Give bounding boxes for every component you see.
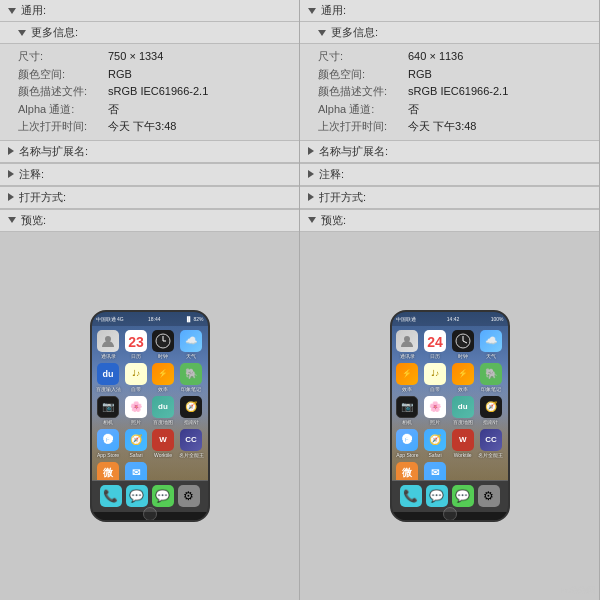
- app-icon-evernote-r: 🐘 印象笔记: [478, 363, 503, 392]
- app-icon-compass-r: 🧭 指南针: [478, 396, 503, 425]
- dock-settings: ⚙: [178, 485, 200, 507]
- app-icon-photos: 🌸 照片: [125, 396, 148, 425]
- app-icon-clock-r: 时钟: [451, 330, 475, 359]
- name-extension-row-right[interactable]: 名称与扩展名:: [300, 140, 599, 163]
- preview-triangle-right: [308, 217, 316, 223]
- home-indicator-right: [392, 512, 508, 520]
- phone-preview-right: 中国联通 14:42 100% 通讯录 24 日历: [300, 232, 599, 600]
- app-icon-weather-r: ☁️ 天气: [478, 330, 503, 359]
- info-block-right: 尺寸: 640 × 1136 颜色空间: RGB 颜色描述文件: sRGB IE…: [300, 44, 599, 140]
- notes-label-right: 注释:: [319, 167, 344, 182]
- triangle-icon: [8, 193, 14, 201]
- name-label-right: 名称与扩展名:: [319, 144, 388, 159]
- app-icon-evernote: 🐘 印象笔记: [179, 363, 204, 392]
- info-row: 颜色空间: RGB: [18, 66, 281, 84]
- app-icon-empty3: [451, 462, 475, 480]
- info-row: 颜色描述文件: sRGB IEC61966-2.1: [18, 83, 281, 101]
- app-icon-baidu: du 百度输入法: [96, 363, 121, 392]
- app-icon-photos-r: 🌸 照片: [423, 396, 447, 425]
- info-row: 尺寸: 750 × 1334: [18, 48, 281, 66]
- info-row: 上次打开时间: 今天 下午3:48: [18, 118, 281, 136]
- app-icon-appstore: 🅐 App Store: [96, 429, 121, 458]
- phone-frame-right: 中国联通 14:42 100% 通讯录 24 日历: [390, 310, 510, 522]
- phone-preview-left: 中国联通 4G 18:44 ▐▌ 82% 通讯录 23 日历: [0, 232, 299, 600]
- preview-header-right: 预览:: [300, 209, 599, 232]
- general-header-right: 通用:: [300, 0, 599, 22]
- app-icon-worktile-r: W Worktile: [451, 429, 475, 458]
- preview-header-left: 预览:: [0, 209, 299, 232]
- dock-wechat: 💬: [152, 485, 174, 507]
- dock-left: 📞 💬 💬 ⚙: [92, 480, 208, 512]
- triangle-icon-left: [8, 8, 16, 14]
- home-indicator-left: [92, 512, 208, 520]
- name-extension-row-left[interactable]: 名称与扩展名:: [0, 140, 299, 163]
- app-icon-empty1: [152, 462, 175, 480]
- app-icon-camera: 📷 相机: [96, 396, 121, 425]
- notes-row-right[interactable]: 注释:: [300, 163, 599, 186]
- more-info-header-right: 更多信息:: [300, 22, 599, 44]
- app-icon-qqmail: ✉ QQ邮箱: [125, 462, 148, 480]
- left-panel: 通用: 更多信息: 尺寸: 750 × 1334 颜色空间: RGB 颜色描述文…: [0, 0, 300, 600]
- info-row: 尺寸: 640 × 1136: [318, 48, 581, 66]
- app-icon-contacts-r: 通讯录: [396, 330, 420, 359]
- app-grid-row1-left: 通讯录 23 日历 时钟 ☁️ 天气: [92, 326, 208, 480]
- notes-label-left: 注释:: [19, 167, 44, 182]
- triangle-icon: [8, 147, 14, 155]
- open-label-left: 打开方式:: [19, 190, 66, 205]
- app-icon-builtin: ♩♪ 自带: [125, 363, 148, 392]
- app-icon-clock: 时钟: [152, 330, 175, 359]
- app-icon-eff-r: ⚡ 效率: [396, 363, 420, 392]
- app-icon-maps: du 百度地图: [152, 396, 175, 425]
- more-info-header-left: 更多信息:: [0, 22, 299, 44]
- more-info-label-left: 更多信息:: [31, 25, 78, 40]
- open-with-row-right[interactable]: 打开方式:: [300, 186, 599, 209]
- app-icon-worktile: W Worktile: [152, 429, 175, 458]
- statusbar-left: 中国联通 4G 18:44 ▐▌ 82%: [92, 312, 208, 326]
- preview-triangle-left: [8, 217, 16, 223]
- dock-settings-r: ⚙: [478, 485, 500, 507]
- general-label-left: 通用:: [21, 3, 46, 18]
- app-icon-builtin-r: ♩♪ 自带: [423, 363, 447, 392]
- preview-label-right: 预览:: [321, 213, 346, 228]
- triangle-icon: [8, 170, 14, 178]
- app-icon-contacts: 通讯录: [96, 330, 121, 359]
- info-row: 颜色描述文件: sRGB IEC61966-2.1: [318, 83, 581, 101]
- app-icon-cc: CC 名片全能王: [179, 429, 204, 458]
- app-icon-compass: 🧭 指南针: [179, 396, 204, 425]
- name-label-left: 名称与扩展名:: [19, 144, 88, 159]
- app-icon-calendar-r: 24 日历: [423, 330, 447, 359]
- info-row: 颜色空间: RGB: [318, 66, 581, 84]
- dock-messages-r: 💬: [426, 485, 448, 507]
- triangle-icon: [308, 193, 314, 201]
- more-info-triangle-right: [318, 30, 326, 36]
- app-icon-camera-r: 📷 相机: [396, 396, 420, 425]
- app-icon-weibo: 微 微博: [96, 462, 121, 480]
- open-label-right: 打开方式:: [319, 190, 366, 205]
- app-icon-weibo-r: 微 微博: [396, 462, 420, 480]
- info-row: 上次打开时间: 今天 下午3:48: [318, 118, 581, 136]
- dock-messages: 💬: [126, 485, 148, 507]
- phone-screen-right: 中国联通 14:42 100% 通讯录 24 日历: [392, 312, 508, 480]
- more-info-label-right: 更多信息:: [331, 25, 378, 40]
- app-icon-safari: 🧭 Safari: [125, 429, 148, 458]
- preview-label-left: 预览:: [21, 213, 46, 228]
- app-icon-weather: ☁️ 天气: [179, 330, 204, 359]
- notes-row-left[interactable]: 注释:: [0, 163, 299, 186]
- info-row: Alpha 通道: 否: [18, 101, 281, 119]
- app-icon-cc-r: CC 名片全能王: [478, 429, 503, 458]
- app-icon-calendar: 23 日历: [125, 330, 148, 359]
- more-info-triangle-left: [18, 30, 26, 36]
- dock-phone: 📞: [100, 485, 122, 507]
- app-icon-efficiency: ⚡ 效率: [152, 363, 175, 392]
- info-block-left: 尺寸: 750 × 1334 颜色空间: RGB 颜色描述文件: sRGB IE…: [0, 44, 299, 140]
- phone-frame-left: 中国联通 4G 18:44 ▐▌ 82% 通讯录 23 日历: [90, 310, 210, 522]
- app-icon-empty4: [478, 462, 503, 480]
- phone-screen-left: 中国联通 4G 18:44 ▐▌ 82% 通讯录 23 日历: [92, 312, 208, 480]
- app-icon-appstore-r: 🅐 App Store: [396, 429, 420, 458]
- statusbar-right: 中国联通 14:42 100%: [392, 312, 508, 326]
- triangle-icon: [308, 147, 314, 155]
- triangle-icon-right: [308, 8, 316, 14]
- open-with-row-left[interactable]: 打开方式:: [0, 186, 299, 209]
- general-label-right: 通用:: [321, 3, 346, 18]
- dock-wechat-r: 💬: [452, 485, 474, 507]
